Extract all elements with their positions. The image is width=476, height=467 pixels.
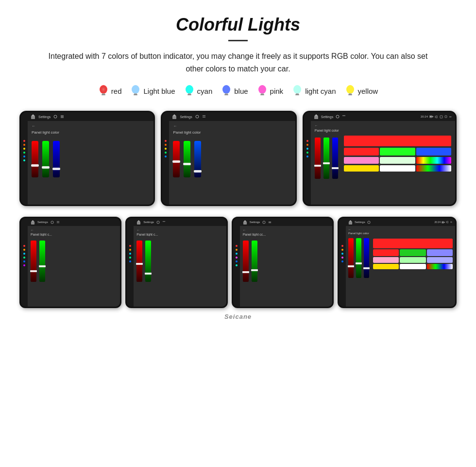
color-item-lightcyan: light cyan [292, 85, 336, 97]
color-item-lightblue: Light blue [130, 85, 175, 97]
time-display-7: 20:24 [434, 221, 441, 224]
red-bulb-icon [98, 85, 109, 97]
page-container: Colorful Lights Integrated with 7 colors… [0, 0, 476, 330]
svg-rect-21 [348, 94, 352, 95]
back-icon-7 [450, 221, 453, 224]
device-7: Settings 20:24 ← Panel light color [338, 217, 457, 308]
color-label-yellow: yellow [358, 87, 378, 95]
settings-icon-1 [60, 115, 64, 119]
svg-point-59 [368, 221, 370, 224]
svg-point-16 [293, 85, 301, 94]
svg-rect-43 [31, 222, 34, 224]
back-arrow-1: ← [32, 124, 150, 128]
menu-icon-4 [56, 221, 60, 224]
gear-icon-5 [156, 221, 160, 224]
cyan-bulb-icon [184, 85, 195, 97]
svg-rect-39 [430, 116, 432, 117]
svg-rect-2 [102, 94, 105, 95]
color-label-red: red [111, 87, 122, 95]
svg-rect-12 [224, 94, 228, 95]
blue-bulb-icon [221, 85, 232, 97]
gear-icon-4 [51, 221, 54, 224]
yellow-bulb-icon [345, 85, 356, 97]
svg-marker-29 [172, 114, 176, 116]
device-1: Settings ← Panel light color [19, 111, 155, 206]
svg-point-19 [346, 85, 354, 94]
color-label-lightblue: Light blue [143, 87, 175, 95]
page-title: Colorful Lights [19, 15, 457, 35]
svg-rect-28 [172, 116, 176, 119]
arrows-icon-2 [202, 115, 206, 119]
svg-rect-52 [243, 222, 247, 224]
home-icon-3 [314, 114, 319, 119]
gear-icon-3 [336, 115, 340, 119]
gear-icon-7 [367, 221, 371, 224]
device-3: Settings 20:24 [303, 111, 457, 206]
signal-icon-3 [342, 115, 346, 119]
svg-rect-9 [187, 94, 191, 95]
svg-marker-44 [31, 220, 34, 222]
gear-icon-6 [262, 221, 266, 224]
svg-marker-58 [349, 220, 352, 222]
device-4: Settings ← Panel light c... [19, 217, 121, 308]
home-icon-4 [31, 220, 35, 225]
volume-icon-3 [435, 115, 438, 119]
screen-icon-3 [440, 115, 443, 119]
svg-point-7 [186, 85, 193, 94]
battery-icon-7 [442, 221, 445, 224]
svg-marker-63 [446, 221, 448, 223]
svg-rect-62 [442, 222, 443, 223]
svg-rect-41 [440, 116, 442, 118]
color-item-cyan: cyan [184, 85, 213, 97]
color-item-blue: blue [221, 85, 248, 97]
svg-marker-53 [243, 220, 247, 222]
svg-rect-33 [314, 116, 318, 119]
menu-icon-3 [444, 115, 447, 118]
home-icon-1 [31, 114, 35, 119]
svg-point-3 [100, 85, 107, 94]
color-label-lightcyan: light cyan [305, 87, 336, 95]
pink-bulb-icon [257, 85, 268, 97]
devices-row-2: Settings ← Panel light c... [19, 217, 457, 308]
lightcyan-bulb-icon [292, 85, 303, 97]
settings-label-1: Settings [38, 115, 51, 119]
devices-row-1: Settings ← Panel light color [19, 111, 457, 206]
gear-icon-1 [53, 115, 57, 119]
svg-rect-15 [260, 94, 264, 95]
gear-icon-2 [195, 115, 199, 119]
device-2: Settings ← Panel light color [161, 111, 296, 206]
svg-rect-48 [137, 222, 140, 224]
device-5: Settings ← Panel light c... [125, 217, 227, 308]
svg-marker-40 [435, 116, 437, 118]
color-item-yellow: yellow [345, 85, 378, 97]
color-item-pink: pink [257, 85, 284, 97]
page-description: Integrated with 7 colors of button indic… [39, 50, 437, 75]
svg-rect-61 [444, 222, 445, 223]
svg-point-50 [157, 221, 159, 224]
color-label-blue: blue [234, 87, 248, 95]
time-display-3: 20:24 [421, 115, 428, 118]
battery-icon-3 [429, 115, 433, 118]
color-label-pink: pink [270, 87, 284, 95]
svg-point-4 [132, 85, 139, 94]
svg-rect-57 [349, 222, 352, 224]
panel-label-1: Panel light color [32, 130, 150, 135]
settings-label-2: Settings [180, 115, 192, 119]
menu-icon-5 [162, 221, 166, 224]
menu-icon-6 [268, 221, 272, 224]
panel-label-2: Panel light color [173, 130, 291, 135]
svg-marker-23 [31, 114, 35, 116]
svg-marker-34 [314, 114, 318, 116]
svg-rect-42 [445, 116, 447, 118]
title-divider [228, 40, 248, 41]
svg-point-30 [196, 115, 199, 118]
svg-point-24 [54, 115, 57, 118]
svg-rect-18 [295, 94, 299, 95]
svg-point-10 [222, 85, 230, 94]
svg-rect-38 [432, 116, 433, 117]
device-6: Settings ← Panel light cc... [232, 217, 334, 308]
color-label-cyan: cyan [197, 87, 213, 95]
svg-point-45 [51, 221, 53, 224]
color-indicators-row: red Light blue cyan [19, 85, 457, 97]
home-icon-7 [348, 220, 353, 225]
